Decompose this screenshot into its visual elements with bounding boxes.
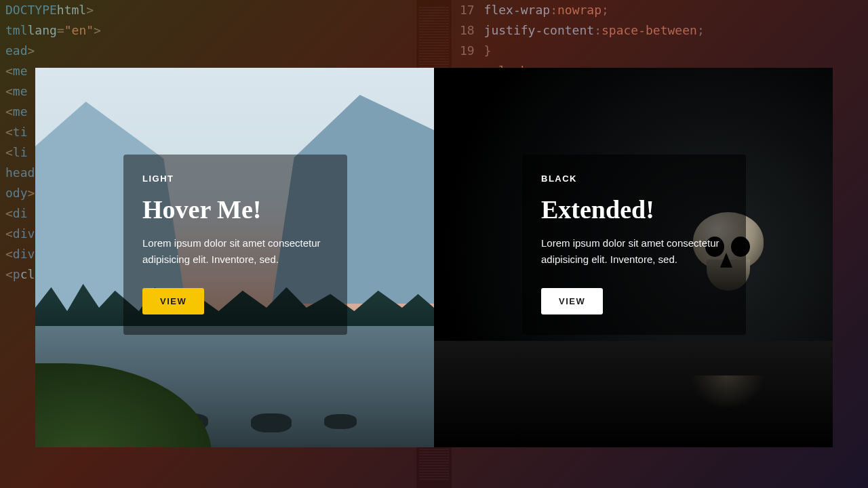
swipe-card-light[interactable]: LIGHT Hover Me! Lorem ipsum dolor sit am… <box>35 68 434 447</box>
code-line: 18 justify-content: space-between; <box>452 20 868 41</box>
code-line: tml lang="en"> <box>0 20 416 41</box>
card-row: LIGHT Hover Me! Lorem ipsum dolor sit am… <box>35 68 833 447</box>
view-button[interactable]: VIEW <box>142 288 204 314</box>
card-box-black: BLACK Extended! Lorem ipsum dolor sit am… <box>522 155 746 335</box>
card-body: Lorem ipsum dolor sit amet consectetur a… <box>541 235 727 268</box>
card-title: Hover Me! <box>142 195 328 224</box>
swipe-card-black[interactable]: BLACK Extended! Lorem ipsum dolor sit am… <box>434 68 833 447</box>
code-line: DOCTYPE html> <box>0 0 416 20</box>
card-head: LIGHT <box>142 174 328 184</box>
card-body: Lorem ipsum dolor sit amet consectetur a… <box>142 235 328 268</box>
view-button[interactable]: VIEW <box>541 288 603 314</box>
card-head: BLACK <box>541 174 727 184</box>
code-line: ead> <box>0 41 416 61</box>
code-line: 19 } <box>452 41 868 61</box>
code-line: 17 flex-wrap: nowrap; <box>452 0 868 20</box>
card-box-light: LIGHT Hover Me! Lorem ipsum dolor sit am… <box>123 155 347 335</box>
card-title: Extended! <box>541 195 727 224</box>
